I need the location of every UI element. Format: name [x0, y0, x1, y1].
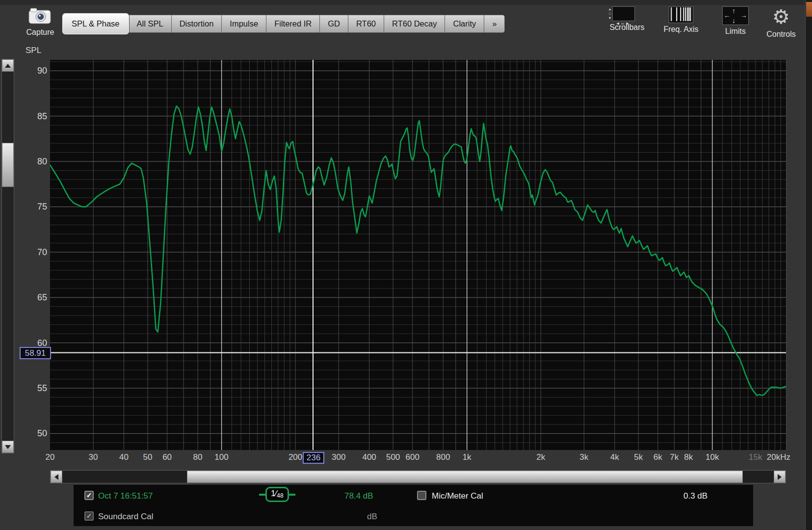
limits-icon: ↑↓←→ [722, 6, 749, 25]
x-tick-400: 400 [362, 452, 376, 462]
mic-cal-offset-value: 0.3 dB [683, 491, 707, 501]
tab-distortion[interactable]: Distortion [172, 15, 222, 33]
controls-button[interactable]: ⚙Controls [761, 6, 801, 39]
rew-window: Capture SPL & PhaseAll SPLDistortionImpu… [0, 0, 812, 530]
vertical-scrollbar-thumb[interactable] [2, 143, 14, 187]
measurement-name[interactable]: Oct 7 16:51:57 [98, 491, 153, 501]
smoothing-denominator: 48 [277, 492, 283, 499]
tab-all-spl[interactable]: All SPL [129, 15, 172, 33]
x-tick-500: 500 [386, 452, 400, 462]
horizontal-scrollbar-thumb[interactable] [187, 471, 743, 483]
right-arrow-icon [778, 474, 782, 480]
y-tick-65: 65 [19, 292, 47, 303]
freq-axis-icon [669, 6, 693, 23]
camera-icon [27, 18, 53, 26]
x-tick-20kHz: 20kHz [767, 452, 790, 462]
x-tick-40: 40 [119, 452, 129, 462]
tab-rt60[interactable]: RT60 [348, 15, 384, 33]
y-tick-80: 80 [19, 156, 47, 166]
x-tick-7k: 7k [670, 452, 679, 462]
up-arrow-icon [5, 64, 11, 68]
measurement-visible-checkbox[interactable]: ✓ [84, 491, 94, 500]
graph-tabs: SPL & PhaseAll SPLDistortionImpulseFilte… [62, 15, 505, 33]
x-tick-200: 200 [288, 452, 302, 462]
x-tick-2k: 2k [536, 452, 545, 462]
scroll-left-button[interactable] [51, 471, 62, 483]
left-arrow-icon [54, 474, 58, 480]
tab-gd[interactable]: GD [320, 15, 348, 33]
scrollbars-button[interactable]: ▲□▼◀▭▶Scrollbars [607, 6, 647, 32]
y-axis-title: SPL [26, 46, 50, 55]
scrollbars-icon: ▲□▼◀▭▶ [612, 6, 635, 21]
cursor-spl-readout: 58.91 [20, 347, 51, 359]
x-tick-20: 20 [46, 452, 55, 462]
x-tick-15k: 15k [749, 452, 762, 462]
cursor-level-readout: 78.4 dB [344, 491, 373, 501]
tab-clarity[interactable]: Clarity [445, 15, 484, 33]
orange-accent-marker [806, 2, 812, 17]
mic-cal-checkbox[interactable] [417, 491, 426, 500]
x-tick-50: 50 [143, 452, 153, 462]
scroll-right-button[interactable] [774, 471, 786, 483]
x-tick-4k: 4k [610, 452, 619, 462]
spl-plot-area[interactable] [50, 60, 786, 450]
x-tick-30: 30 [89, 452, 98, 462]
tab-filtered-ir[interactable]: Filtered IR [266, 15, 320, 33]
down-arrow-icon [5, 445, 11, 449]
mic-cal-label: Mic/Meter Cal [432, 491, 483, 501]
smoothing-control[interactable]: 1⁄48 [259, 487, 295, 502]
x-tick-100: 100 [214, 452, 228, 462]
scroll-up-button[interactable] [2, 59, 14, 72]
soundcard-cal-label: Soundcard Cal [98, 512, 153, 522]
x-tick-1k: 1k [463, 452, 471, 462]
scroll-down-button[interactable] [2, 441, 14, 453]
limits-button[interactable]: ↑↓←→Limits [716, 6, 755, 36]
window-top-strip [0, 0, 812, 5]
x-tick-600: 600 [406, 452, 419, 462]
x-tick-300: 300 [332, 452, 345, 462]
measurement-row: ✓ Oct 7 16:51:57 1⁄48 78.4 dB Mic/Meter … [74, 490, 753, 503]
y-tick-85: 85 [19, 111, 47, 121]
y-tick-50: 50 [19, 428, 47, 439]
soundcard-cal-checkbox[interactable]: ✓ [84, 511, 94, 521]
right-edge-panel [805, 0, 812, 530]
gear-icon: ⚙ [769, 6, 793, 28]
unit-label: dB [367, 512, 377, 522]
vertical-scrollbar[interactable] [1, 59, 14, 453]
y-tick-70: 70 [19, 247, 47, 257]
tab-spl-phase[interactable]: SPL & Phase [62, 13, 129, 34]
measurement-status-bar: ✓ Oct 7 16:51:57 1⁄48 78.4 dB Mic/Meter … [74, 485, 753, 526]
x-tick-800: 800 [436, 452, 450, 462]
x-tick-80: 80 [193, 452, 203, 462]
x-tick-60: 60 [162, 452, 172, 462]
x-tick-6k: 6k [654, 452, 662, 462]
capture-button[interactable]: Capture [22, 6, 59, 37]
tab-[interactable]: » [484, 15, 505, 33]
capture-label: Capture [22, 28, 59, 37]
horizontal-scrollbar[interactable] [50, 470, 786, 483]
tab-rt60-decay[interactable]: RT60 Decay [384, 15, 445, 33]
y-tick-75: 75 [19, 202, 47, 212]
freq-axis-button[interactable]: Freq. Axis [661, 6, 701, 34]
y-tick-55: 55 [19, 383, 47, 393]
soundcard-row: ✓ Soundcard Cal dB [74, 510, 753, 523]
y-tick-90: 90 [19, 66, 47, 76]
x-tick-8k: 8k [684, 452, 693, 462]
x-tick-5k: 5k [634, 452, 643, 462]
x-tick-3k: 3k [579, 452, 588, 462]
cursor-frequency-readout: 236 [303, 452, 324, 464]
tab-impulse[interactable]: Impulse [222, 15, 266, 33]
x-tick-10k: 10k [706, 452, 719, 462]
